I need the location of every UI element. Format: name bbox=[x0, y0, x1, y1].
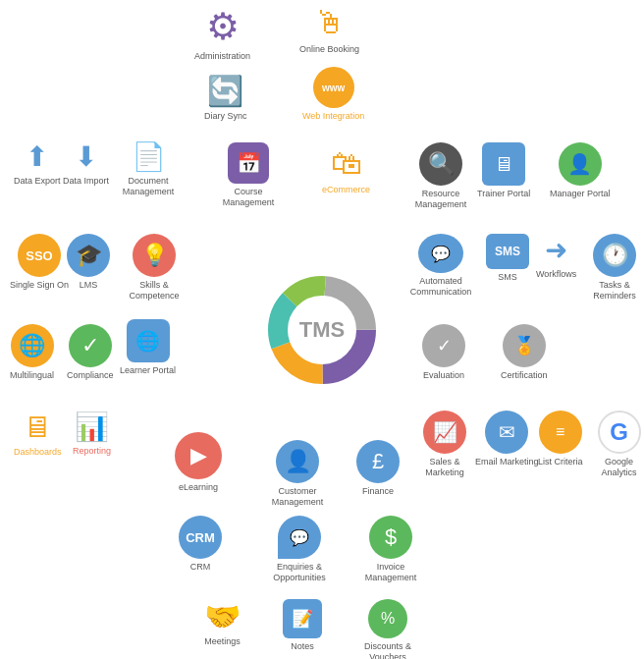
learner-portal-label: Learner Portal bbox=[120, 365, 176, 376]
resource-management-item[interactable]: 🔍 Resource Management bbox=[406, 142, 475, 210]
trainer-portal-label: Trainer Portal bbox=[477, 189, 530, 199]
certification-label: Certification bbox=[501, 370, 548, 381]
dashboards-item[interactable]: 🖥 Dashboards bbox=[14, 411, 62, 458]
document-management-item[interactable]: 📄 Document Management bbox=[114, 140, 183, 197]
notes-item[interactable]: 📝 Notes bbox=[283, 599, 322, 652]
cert-icon: 🏅 bbox=[503, 324, 546, 367]
email-marketing-label: Email Marketing bbox=[475, 457, 539, 467]
chat-icon: 💬 bbox=[278, 516, 321, 559]
handshake-icon: 🤝 bbox=[204, 599, 241, 633]
email-marketing-item[interactable]: ✉ Email Marketing bbox=[475, 411, 539, 467]
search-icon: 🔍 bbox=[419, 142, 462, 186]
graduation-icon: 🎓 bbox=[67, 234, 110, 277]
manager-icon: 👤 bbox=[559, 142, 602, 186]
web-integration-label: Web Integration bbox=[302, 111, 364, 122]
online-booking-label: Online Booking bbox=[299, 44, 359, 55]
clock-icon: 🕐 bbox=[593, 234, 636, 277]
compliance-label: Compliance bbox=[67, 370, 114, 381]
workflow-arrow-icon: ➜ bbox=[545, 234, 567, 266]
data-export-item[interactable]: ⬆ Data Export bbox=[14, 140, 61, 187]
skills-item[interactable]: 💡 Skills & Competence bbox=[120, 234, 188, 302]
enquiries-item[interactable]: 💬 Enquiries & Opportunities bbox=[265, 516, 334, 583]
workflows-item[interactable]: ➜ Workflows bbox=[536, 234, 576, 280]
eval-icon: ✓ bbox=[422, 324, 465, 367]
email-icon: ✉ bbox=[485, 411, 528, 454]
google-icon: G bbox=[598, 411, 641, 454]
list-icon: ≡ bbox=[539, 411, 582, 454]
sales-item[interactable]: 📈 Sales & Marketing bbox=[410, 411, 479, 478]
course-management-label: Course Management bbox=[214, 187, 283, 208]
manager-portal-item[interactable]: 👤 Manager Portal bbox=[550, 142, 611, 199]
tasks-label: Tasks & Reminders bbox=[585, 280, 644, 302]
check-icon: ✓ bbox=[69, 324, 112, 367]
certification-item[interactable]: 🏅 Certification bbox=[501, 324, 548, 381]
reporting-item[interactable]: 📊 Reporting bbox=[73, 411, 111, 457]
online-booking-item[interactable]: 🖱 Online Booking bbox=[299, 5, 359, 55]
discounts-label: Discounts & Vouchers bbox=[353, 641, 422, 659]
sms-icon: SMS bbox=[486, 234, 529, 269]
enquiries-label: Enquiries & Opportunities bbox=[265, 562, 334, 583]
sync-icon: 🔄 bbox=[207, 74, 243, 108]
sales-label: Sales & Marketing bbox=[410, 457, 479, 478]
dollar-icon: $ bbox=[369, 516, 412, 559]
ecommerce-item[interactable]: 🛍 eCommerce bbox=[322, 145, 370, 195]
crm-label: CRM bbox=[190, 562, 211, 573]
sms-label: SMS bbox=[498, 272, 517, 283]
gear-icon: ⚙ bbox=[206, 5, 240, 48]
skills-label: Skills & Competence bbox=[120, 280, 188, 302]
multilingual-label: Multilingual bbox=[10, 370, 54, 381]
evaluation-item[interactable]: ✓ Evaluation bbox=[422, 324, 465, 381]
automated-comm-label: Automated Communication bbox=[406, 276, 475, 298]
workflows-label: Workflows bbox=[536, 269, 576, 280]
bulb-icon: 💡 bbox=[133, 234, 176, 277]
tasks-item[interactable]: 🕐 Tasks & Reminders bbox=[585, 234, 644, 302]
elearning-item[interactable]: ▶ eLearning bbox=[175, 432, 222, 493]
document-management-label: Document Management bbox=[114, 176, 183, 197]
google-analytics-label: Google Analytics bbox=[594, 457, 644, 478]
list-criteria-item[interactable]: ≡ List Criteria bbox=[538, 411, 583, 467]
data-export-label: Data Export bbox=[14, 176, 61, 187]
customer-management-item[interactable]: 👤 Customer Management bbox=[263, 440, 332, 508]
diary-sync-item[interactable]: 🔄 Diary Sync bbox=[204, 74, 247, 122]
learner-icon: 🌐 bbox=[127, 319, 170, 362]
learner-portal-item[interactable]: 🌐 Learner Portal bbox=[120, 319, 176, 376]
sso-item[interactable]: SSO Single Sign On bbox=[10, 234, 69, 291]
ecommerce-label: eCommerce bbox=[322, 185, 370, 195]
bag-icon: 🛍 bbox=[331, 145, 362, 182]
discounts-item[interactable]: % Discounts & Vouchers bbox=[353, 599, 422, 659]
resource-management-label: Resource Management bbox=[406, 189, 475, 210]
meetings-label: Meetings bbox=[204, 636, 241, 647]
trainer-portal-item[interactable]: 🖥 Trainer Portal bbox=[477, 142, 530, 199]
compliance-item[interactable]: ✓ Compliance bbox=[67, 324, 114, 381]
www-icon: www bbox=[313, 67, 354, 108]
sms-item[interactable]: SMS SMS bbox=[486, 234, 529, 283]
main-container: TMS ⚙ Administration 🖱 Online Booking 🔄 … bbox=[0, 0, 644, 659]
pound-icon: £ bbox=[356, 440, 400, 483]
reporting-label: Reporting bbox=[73, 446, 111, 457]
crm-item[interactable]: CRM CRM bbox=[179, 516, 222, 573]
trainer-icon: 🖥 bbox=[482, 142, 525, 186]
google-analytics-item[interactable]: G Google Analytics bbox=[594, 411, 644, 478]
bars-icon: 📊 bbox=[75, 411, 109, 443]
administration-item[interactable]: ⚙ Administration bbox=[194, 5, 250, 62]
mouse-icon: 🖱 bbox=[314, 5, 346, 41]
evaluation-label: Evaluation bbox=[423, 370, 464, 381]
course-management-item[interactable]: 📅 Course Management bbox=[214, 142, 283, 208]
finance-item[interactable]: £ Finance bbox=[356, 440, 400, 497]
lms-item[interactable]: 🎓 LMS bbox=[67, 234, 110, 291]
data-import-item[interactable]: ⬇ Data Import bbox=[63, 140, 109, 187]
automated-comm-item[interactable]: 💬 Automated Communication bbox=[406, 234, 475, 298]
sso-label: Single Sign On bbox=[10, 280, 69, 291]
globe-icon: 🌐 bbox=[11, 324, 54, 367]
document-icon: 📄 bbox=[132, 140, 166, 173]
multilingual-item[interactable]: 🌐 Multilingual bbox=[10, 324, 54, 381]
crm-icon: CRM bbox=[179, 516, 222, 559]
web-integration-item[interactable]: www Web Integration bbox=[302, 67, 364, 122]
play-icon: ▶ bbox=[175, 432, 222, 479]
data-import-label: Data Import bbox=[63, 176, 109, 187]
discount-icon: % bbox=[368, 599, 407, 638]
invoice-item[interactable]: $ Invoice Management bbox=[356, 516, 425, 583]
notes-label: Notes bbox=[291, 641, 314, 652]
meetings-item[interactable]: 🤝 Meetings bbox=[204, 599, 241, 647]
sso-icon: SSO bbox=[18, 234, 61, 277]
